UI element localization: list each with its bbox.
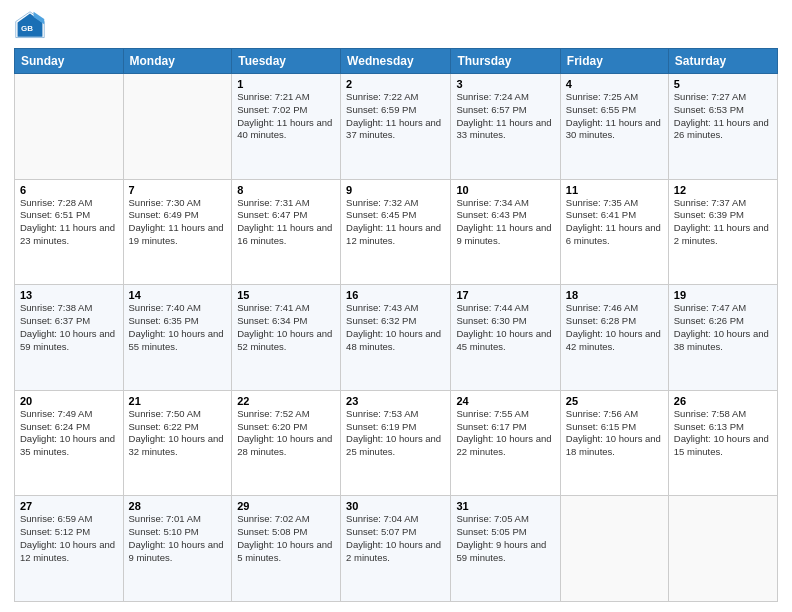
week-row-4: 20Sunrise: 7:49 AM Sunset: 6:24 PM Dayli… [15, 390, 778, 496]
day-cell [15, 74, 124, 180]
day-info: Sunrise: 7:38 AM Sunset: 6:37 PM Dayligh… [20, 302, 118, 353]
day-cell: 9Sunrise: 7:32 AM Sunset: 6:45 PM Daylig… [341, 179, 451, 285]
day-number: 24 [456, 395, 554, 407]
day-number: 6 [20, 184, 118, 196]
day-cell: 26Sunrise: 7:58 AM Sunset: 6:13 PM Dayli… [668, 390, 777, 496]
day-cell: 23Sunrise: 7:53 AM Sunset: 6:19 PM Dayli… [341, 390, 451, 496]
day-number: 7 [129, 184, 227, 196]
day-number: 19 [674, 289, 772, 301]
weekday-saturday: Saturday [668, 49, 777, 74]
weekday-friday: Friday [560, 49, 668, 74]
day-number: 16 [346, 289, 445, 301]
day-number: 30 [346, 500, 445, 512]
logo-icon: GB [14, 10, 46, 42]
day-number: 9 [346, 184, 445, 196]
day-info: Sunrise: 7:53 AM Sunset: 6:19 PM Dayligh… [346, 408, 445, 459]
day-number: 23 [346, 395, 445, 407]
day-info: Sunrise: 7:35 AM Sunset: 6:41 PM Dayligh… [566, 197, 663, 248]
day-cell: 2Sunrise: 7:22 AM Sunset: 6:59 PM Daylig… [341, 74, 451, 180]
day-info: Sunrise: 7:25 AM Sunset: 6:55 PM Dayligh… [566, 91, 663, 142]
day-info: Sunrise: 7:37 AM Sunset: 6:39 PM Dayligh… [674, 197, 772, 248]
day-cell: 12Sunrise: 7:37 AM Sunset: 6:39 PM Dayli… [668, 179, 777, 285]
day-cell: 31Sunrise: 7:05 AM Sunset: 5:05 PM Dayli… [451, 496, 560, 602]
day-info: Sunrise: 7:32 AM Sunset: 6:45 PM Dayligh… [346, 197, 445, 248]
day-info: Sunrise: 7:52 AM Sunset: 6:20 PM Dayligh… [237, 408, 335, 459]
weekday-wednesday: Wednesday [341, 49, 451, 74]
day-cell: 16Sunrise: 7:43 AM Sunset: 6:32 PM Dayli… [341, 285, 451, 391]
day-info: Sunrise: 7:05 AM Sunset: 5:05 PM Dayligh… [456, 513, 554, 564]
day-cell [560, 496, 668, 602]
day-cell: 24Sunrise: 7:55 AM Sunset: 6:17 PM Dayli… [451, 390, 560, 496]
day-info: Sunrise: 7:40 AM Sunset: 6:35 PM Dayligh… [129, 302, 227, 353]
day-info: Sunrise: 7:27 AM Sunset: 6:53 PM Dayligh… [674, 91, 772, 142]
day-cell [668, 496, 777, 602]
day-cell: 20Sunrise: 7:49 AM Sunset: 6:24 PM Dayli… [15, 390, 124, 496]
day-number: 21 [129, 395, 227, 407]
day-cell: 28Sunrise: 7:01 AM Sunset: 5:10 PM Dayli… [123, 496, 232, 602]
day-info: Sunrise: 7:55 AM Sunset: 6:17 PM Dayligh… [456, 408, 554, 459]
header: GB [14, 10, 778, 42]
day-info: Sunrise: 7:21 AM Sunset: 7:02 PM Dayligh… [237, 91, 335, 142]
day-number: 13 [20, 289, 118, 301]
day-cell: 6Sunrise: 7:28 AM Sunset: 6:51 PM Daylig… [15, 179, 124, 285]
day-info: Sunrise: 7:02 AM Sunset: 5:08 PM Dayligh… [237, 513, 335, 564]
day-cell: 21Sunrise: 7:50 AM Sunset: 6:22 PM Dayli… [123, 390, 232, 496]
day-cell: 27Sunrise: 6:59 AM Sunset: 5:12 PM Dayli… [15, 496, 124, 602]
day-cell: 17Sunrise: 7:44 AM Sunset: 6:30 PM Dayli… [451, 285, 560, 391]
day-number: 14 [129, 289, 227, 301]
day-info: Sunrise: 7:44 AM Sunset: 6:30 PM Dayligh… [456, 302, 554, 353]
day-cell: 22Sunrise: 7:52 AM Sunset: 6:20 PM Dayli… [232, 390, 341, 496]
day-info: Sunrise: 7:31 AM Sunset: 6:47 PM Dayligh… [237, 197, 335, 248]
day-number: 28 [129, 500, 227, 512]
day-number: 4 [566, 78, 663, 90]
day-cell: 4Sunrise: 7:25 AM Sunset: 6:55 PM Daylig… [560, 74, 668, 180]
day-info: Sunrise: 7:04 AM Sunset: 5:07 PM Dayligh… [346, 513, 445, 564]
day-number: 22 [237, 395, 335, 407]
day-info: Sunrise: 7:22 AM Sunset: 6:59 PM Dayligh… [346, 91, 445, 142]
day-info: Sunrise: 7:58 AM Sunset: 6:13 PM Dayligh… [674, 408, 772, 459]
day-cell: 30Sunrise: 7:04 AM Sunset: 5:07 PM Dayli… [341, 496, 451, 602]
day-cell: 15Sunrise: 7:41 AM Sunset: 6:34 PM Dayli… [232, 285, 341, 391]
week-row-2: 6Sunrise: 7:28 AM Sunset: 6:51 PM Daylig… [15, 179, 778, 285]
week-row-1: 1Sunrise: 7:21 AM Sunset: 7:02 PM Daylig… [15, 74, 778, 180]
day-cell: 25Sunrise: 7:56 AM Sunset: 6:15 PM Dayli… [560, 390, 668, 496]
week-row-3: 13Sunrise: 7:38 AM Sunset: 6:37 PM Dayli… [15, 285, 778, 391]
day-number: 27 [20, 500, 118, 512]
logo: GB [14, 10, 48, 42]
svg-text:GB: GB [21, 24, 33, 33]
day-cell: 11Sunrise: 7:35 AM Sunset: 6:41 PM Dayli… [560, 179, 668, 285]
day-cell: 8Sunrise: 7:31 AM Sunset: 6:47 PM Daylig… [232, 179, 341, 285]
weekday-sunday: Sunday [15, 49, 124, 74]
day-info: Sunrise: 7:50 AM Sunset: 6:22 PM Dayligh… [129, 408, 227, 459]
day-cell: 3Sunrise: 7:24 AM Sunset: 6:57 PM Daylig… [451, 74, 560, 180]
day-number: 3 [456, 78, 554, 90]
weekday-header-row: SundayMondayTuesdayWednesdayThursdayFrid… [15, 49, 778, 74]
day-cell: 10Sunrise: 7:34 AM Sunset: 6:43 PM Dayli… [451, 179, 560, 285]
day-number: 18 [566, 289, 663, 301]
day-info: Sunrise: 6:59 AM Sunset: 5:12 PM Dayligh… [20, 513, 118, 564]
day-cell [123, 74, 232, 180]
day-info: Sunrise: 7:47 AM Sunset: 6:26 PM Dayligh… [674, 302, 772, 353]
day-cell: 29Sunrise: 7:02 AM Sunset: 5:08 PM Dayli… [232, 496, 341, 602]
day-info: Sunrise: 7:43 AM Sunset: 6:32 PM Dayligh… [346, 302, 445, 353]
day-number: 8 [237, 184, 335, 196]
day-info: Sunrise: 7:24 AM Sunset: 6:57 PM Dayligh… [456, 91, 554, 142]
day-number: 2 [346, 78, 445, 90]
day-number: 15 [237, 289, 335, 301]
day-info: Sunrise: 7:34 AM Sunset: 6:43 PM Dayligh… [456, 197, 554, 248]
day-info: Sunrise: 7:28 AM Sunset: 6:51 PM Dayligh… [20, 197, 118, 248]
weekday-monday: Monday [123, 49, 232, 74]
day-cell: 1Sunrise: 7:21 AM Sunset: 7:02 PM Daylig… [232, 74, 341, 180]
day-info: Sunrise: 7:30 AM Sunset: 6:49 PM Dayligh… [129, 197, 227, 248]
day-cell: 13Sunrise: 7:38 AM Sunset: 6:37 PM Dayli… [15, 285, 124, 391]
day-number: 10 [456, 184, 554, 196]
day-number: 17 [456, 289, 554, 301]
calendar-table: SundayMondayTuesdayWednesdayThursdayFrid… [14, 48, 778, 602]
day-info: Sunrise: 7:56 AM Sunset: 6:15 PM Dayligh… [566, 408, 663, 459]
day-cell: 19Sunrise: 7:47 AM Sunset: 6:26 PM Dayli… [668, 285, 777, 391]
calendar-page: GB SundayMondayTuesdayWednesdayThursdayF… [0, 0, 792, 612]
day-number: 11 [566, 184, 663, 196]
day-cell: 14Sunrise: 7:40 AM Sunset: 6:35 PM Dayli… [123, 285, 232, 391]
day-number: 29 [237, 500, 335, 512]
day-info: Sunrise: 7:49 AM Sunset: 6:24 PM Dayligh… [20, 408, 118, 459]
